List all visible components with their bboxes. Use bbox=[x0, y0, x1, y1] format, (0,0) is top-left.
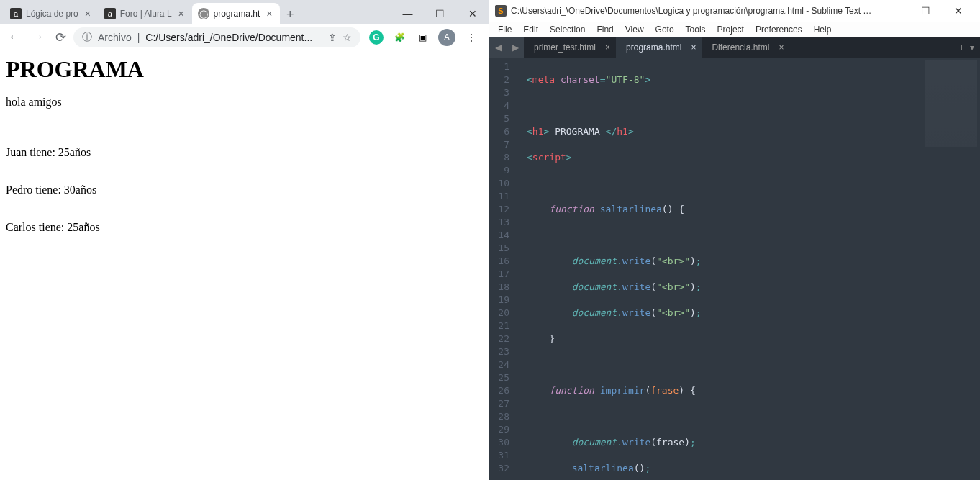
menu-project[interactable]: Project bbox=[712, 24, 750, 35]
editor-tab-2[interactable]: Diferencia.html× bbox=[702, 37, 789, 58]
new-tab-button[interactable]: + bbox=[280, 4, 300, 24]
tab-nav-right-icon[interactable]: ▶ bbox=[507, 37, 524, 58]
menu-view[interactable]: View bbox=[620, 24, 650, 35]
tab-label: primer_test.html bbox=[534, 42, 596, 53]
menu-selection[interactable]: Selection bbox=[544, 24, 591, 35]
tab-close-icon[interactable]: × bbox=[176, 9, 186, 19]
tab-close-icon[interactable]: × bbox=[83, 9, 93, 19]
browser-tabs: a Lógica de pro × a Foro | Alura L × ◯ p… bbox=[0, 0, 391, 24]
page-line: Juan tiene: 25años bbox=[6, 146, 483, 159]
sublime-text-editor: S C:\Users\adri_\OneDrive\Documentos\Log… bbox=[489, 0, 980, 480]
extensions-puzzle-icon[interactable]: 🧩 bbox=[392, 30, 407, 45]
menu-file[interactable]: File bbox=[492, 24, 517, 35]
menu-goto[interactable]: Goto bbox=[650, 24, 680, 35]
page-heading: PROGRAMA bbox=[6, 56, 483, 83]
tab-title: Lógica de pro bbox=[26, 9, 78, 19]
code-content[interactable]: <meta charset="UTF-8"> <h1> PROGRAMA </h… bbox=[521, 58, 922, 480]
address-bar[interactable]: ⓘ Archivo | C:/Users/adri_/OneDrive/Docu… bbox=[73, 27, 360, 47]
tabbar-right: + ▾ bbox=[959, 37, 980, 58]
editor-tab-0[interactable]: primer_test.html× bbox=[524, 37, 616, 58]
sublime-window-title: C:\Users\adri_\OneDrive\Documentos\Logic… bbox=[511, 6, 873, 16]
share-icon[interactable]: ⇪ bbox=[328, 32, 337, 43]
sublime-titlebar: S C:\Users\adri_\OneDrive\Documentos\Log… bbox=[489, 0, 980, 22]
line-gutter: 1234567891011121314151617181920212223242… bbox=[489, 58, 521, 480]
maximize-button[interactable]: ☐ bbox=[424, 3, 456, 24]
minimap[interactable] bbox=[922, 58, 980, 480]
page-line: Pedro tiene: 30años bbox=[6, 184, 483, 196]
minimize-button[interactable]: — bbox=[877, 5, 909, 17]
minimize-button[interactable]: — bbox=[391, 3, 424, 24]
reload-button[interactable]: ⟳ bbox=[50, 27, 71, 47]
profile-avatar[interactable]: A bbox=[438, 29, 455, 46]
address-scheme: Archivo bbox=[98, 32, 132, 43]
browser-toolbar: ← → ⟳ ⓘ Archivo | C:/Users/adri_/OneDriv… bbox=[0, 24, 489, 50]
browser-titlebar: a Lógica de pro × a Foro | Alura L × ◯ p… bbox=[0, 0, 489, 24]
tab-close-icon[interactable]: × bbox=[779, 42, 784, 53]
sublime-tabbar: ◀ ▶ primer_test.html× programa.html× Dif… bbox=[489, 37, 980, 58]
menu-help[interactable]: Help bbox=[808, 24, 838, 35]
tab-favicon: a bbox=[104, 8, 116, 19]
tab-close-icon[interactable]: × bbox=[691, 42, 696, 53]
chrome-browser: a Lógica de pro × a Foro | Alura L × ◯ p… bbox=[0, 0, 489, 480]
sublime-logo-icon: S bbox=[495, 5, 507, 17]
tab-title: Foro | Alura L bbox=[120, 9, 172, 19]
tab-close-icon[interactable]: × bbox=[605, 42, 610, 53]
site-info-icon[interactable]: ⓘ bbox=[82, 31, 92, 44]
editor-tab-1[interactable]: programa.html× bbox=[616, 37, 702, 58]
menu-preferences[interactable]: Preferences bbox=[750, 24, 808, 35]
maximize-button[interactable]: ☐ bbox=[909, 5, 942, 17]
browser-tab-1[interactable]: a Foro | Alura L × bbox=[99, 3, 192, 24]
close-button[interactable]: ✕ bbox=[456, 3, 489, 24]
window-controls: — ☐ ✕ bbox=[391, 3, 489, 24]
menu-find[interactable]: Find bbox=[591, 24, 619, 35]
browser-tab-2[interactable]: ◯ programa.ht × bbox=[192, 3, 281, 24]
extension-icons: G 🧩 ▣ A ⋮ bbox=[363, 29, 484, 46]
menu-edit[interactable]: Edit bbox=[517, 24, 544, 35]
back-button[interactable]: ← bbox=[4, 27, 24, 47]
editor-area[interactable]: 1234567891011121314151617181920212223242… bbox=[489, 58, 980, 480]
tab-nav-left-icon[interactable]: ◀ bbox=[489, 37, 507, 58]
sublime-menubar: File Edit Selection Find View Goto Tools… bbox=[489, 22, 980, 37]
tab-close-icon[interactable]: × bbox=[264, 9, 274, 19]
page-line: hola amigos bbox=[6, 96, 483, 109]
tab-title: programa.ht bbox=[214, 9, 260, 19]
tab-label: programa.html bbox=[626, 42, 681, 53]
sublime-window-controls: — ☐ ✕ bbox=[877, 5, 974, 17]
page-content: PROGRAMA hola amigos Juan tiene: 25años … bbox=[0, 50, 489, 480]
tab-favicon-globe-icon: ◯ bbox=[198, 8, 209, 19]
tab-menu-icon[interactable]: ▾ bbox=[970, 42, 974, 53]
address-url: C:/Users/adri_/OneDrive/Document... bbox=[145, 32, 322, 43]
reader-icon[interactable]: ▣ bbox=[415, 30, 430, 45]
browser-tab-0[interactable]: a Lógica de pro × bbox=[4, 3, 99, 24]
close-button[interactable]: ✕ bbox=[942, 5, 974, 17]
page-line: Carlos tiene: 25años bbox=[6, 221, 483, 234]
new-tab-icon[interactable]: + bbox=[959, 42, 964, 53]
grammarly-icon[interactable]: G bbox=[369, 30, 384, 45]
forward-button[interactable]: → bbox=[27, 27, 47, 47]
tab-favicon: a bbox=[10, 8, 22, 19]
bookmark-star-icon[interactable]: ☆ bbox=[342, 32, 352, 43]
menu-tools[interactable]: Tools bbox=[680, 24, 712, 35]
browser-menu-icon[interactable]: ⋮ bbox=[464, 30, 478, 45]
tab-label: Diferencia.html bbox=[712, 42, 769, 53]
